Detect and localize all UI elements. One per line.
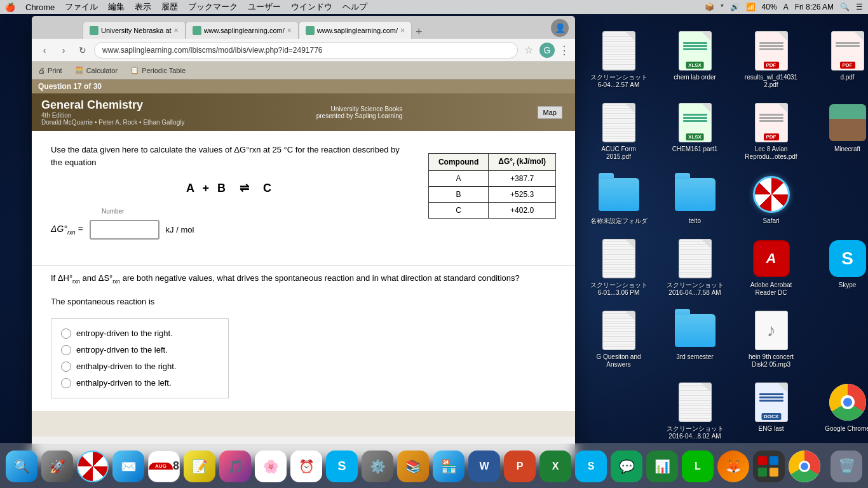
- answer-input[interactable]: [97, 225, 152, 234]
- dock-apps-grid[interactable]: [753, 451, 785, 482]
- desktop-icon-chrome[interactable]: Google Chrome: [811, 377, 868, 445]
- dock-skype[interactable]: S: [326, 451, 358, 482]
- desktop-icon-safari[interactable]: Safari: [735, 169, 808, 230]
- desktop-icon-g-question[interactable]: G Quesiton andAnswers: [582, 305, 655, 374]
- desktop-icon-d-pdf[interactable]: PDF d.pdf: [811, 25, 868, 94]
- back-button[interactable]: ‹: [37, 43, 52, 58]
- dock-system-prefs[interactable]: ⚙️: [362, 451, 393, 482]
- acuc-icon: [599, 102, 639, 143]
- menu-dots[interactable]: ⋮: [559, 43, 570, 57]
- desktop-icon-eng-last[interactable]: DOCX ENG last: [735, 377, 808, 445]
- radio-2[interactable]: [61, 345, 71, 355]
- dock-mail[interactable]: ✉️: [112, 451, 144, 482]
- radio-options: entropy-driven to the right. entropy-dri…: [51, 318, 229, 398]
- radio-option-2[interactable]: entropy-driven to the left.: [61, 342, 219, 358]
- value-a: +387.7: [489, 171, 556, 187]
- calculator-btn[interactable]: 🧮 Calculator: [75, 66, 118, 74]
- dock-appstore[interactable]: 🏪: [433, 451, 465, 482]
- delta-g-label: ΔG°rxn =: [51, 224, 83, 236]
- desktop-icon-chem161[interactable]: XLSX CHEM161 part1: [658, 97, 731, 166]
- edit-menu[interactable]: 編集: [108, 1, 125, 13]
- dock-hangouts[interactable]: 💬: [611, 451, 642, 482]
- radio-option-3[interactable]: enthalpy-driven to the right.: [61, 358, 219, 375]
- dock-word[interactable]: W: [468, 451, 500, 482]
- desktop-icon-screenshot-3[interactable]: スクリーンショット2016-04...7.58 AM: [658, 233, 731, 302]
- desktop-icon-chem-lab[interactable]: XLSX chem lab order: [658, 25, 731, 94]
- periodic-table-btn[interactable]: 📋 Periodic Table: [130, 66, 186, 74]
- tab-close-sapling2[interactable]: ×: [400, 26, 405, 35]
- radio-1[interactable]: [61, 329, 71, 339]
- dock-photos[interactable]: 🌸: [255, 451, 287, 482]
- safari-app-icon: [751, 174, 792, 215]
- desktop-icon-3rd-semester[interactable]: 3rd semester: [658, 305, 731, 374]
- dock-notes[interactable]: 📝: [184, 451, 215, 482]
- apple-menu[interactable]: 🍎: [5, 3, 15, 12]
- desktop-icon-lec8[interactable]: PDF Lec 8 AvianReprodu...otes.pdf: [735, 97, 808, 166]
- dock-books[interactable]: 📚: [397, 451, 429, 482]
- tab-sapling1[interactable]: www.saplinglearning.com/ ×: [186, 21, 299, 39]
- eng-last-label: ENG last: [758, 425, 783, 433]
- skype-app-icon: S: [827, 238, 868, 279]
- g-question-icon: [599, 310, 639, 351]
- radio-option-4[interactable]: enthalpy-driven to the left.: [61, 375, 219, 391]
- bookmark-menu[interactable]: ブックマーク: [188, 1, 238, 13]
- dock-launchpad[interactable]: 🚀: [41, 451, 73, 482]
- reload-button[interactable]: ↻: [75, 43, 90, 58]
- dock-numbers[interactable]: 📊: [646, 451, 678, 482]
- dock-line[interactable]: L: [682, 451, 714, 482]
- dock-reminders[interactable]: ⏰: [290, 451, 322, 482]
- dock-chrome[interactable]: [789, 451, 820, 482]
- dock-safari[interactable]: [77, 451, 109, 482]
- tab-university[interactable]: University Nebraska at ×: [83, 21, 186, 39]
- tab-close-sapling1[interactable]: ×: [287, 26, 292, 35]
- dock-powerpoint[interactable]: P: [504, 451, 536, 482]
- apps-icon-1: [758, 456, 767, 465]
- desktop-icon-screenshot-1[interactable]: スクリーンショット6-04...2.57 AM: [582, 25, 655, 94]
- desktop-icon-acrobat[interactable]: A Adobe AcrobatReader DC: [735, 233, 808, 302]
- new-tab-button[interactable]: +: [416, 25, 423, 39]
- forward-button[interactable]: ›: [56, 43, 71, 58]
- profile-icon[interactable]: 👤: [551, 19, 569, 37]
- menu-icon[interactable]: ☰: [856, 3, 863, 11]
- dock-music[interactable]: 🎵: [219, 451, 251, 482]
- textbook-edition: 4th Edition: [41, 112, 184, 119]
- help-menu[interactable]: ヘルプ: [342, 1, 367, 13]
- print-btn[interactable]: 🖨 Print: [38, 67, 62, 74]
- desktop-icon-acuc[interactable]: ACUC Form2015.pdf: [582, 97, 655, 166]
- dock-excel[interactable]: X: [539, 451, 571, 482]
- radio-option-1[interactable]: entropy-driven to the right.: [61, 325, 219, 342]
- address-bar[interactable]: [94, 42, 518, 58]
- desktop-icon-screenshot-2[interactable]: スクリーンショット6-01...3.06 PM: [582, 233, 655, 302]
- desktop-icon-teito[interactable]: teito: [658, 169, 731, 230]
- dock-finder[interactable]: 🔍: [6, 451, 37, 482]
- screenshot-4-icon: [675, 382, 715, 423]
- tab-title-university: University Nebraska at: [101, 27, 172, 34]
- desktop-icon-results-pdf[interactable]: PDF results_wl_d140312.pdf: [735, 25, 808, 94]
- dock-calendar[interactable]: AUG 8: [148, 451, 180, 482]
- desktop-icon-minecraft[interactable]: Minecraft: [811, 97, 868, 166]
- chrome-menu[interactable]: Chrome: [25, 3, 55, 12]
- view-menu[interactable]: 表示: [135, 1, 151, 13]
- user-menu[interactable]: ユーザー: [248, 1, 281, 13]
- table-row: C +402.0: [428, 203, 555, 219]
- desktop-icon-unnamed-folder[interactable]: 名称未設定フォルダ: [582, 169, 655, 230]
- unnamed-folder-label: 名称未設定フォルダ: [590, 217, 648, 225]
- dock-firefox[interactable]: 🦊: [717, 451, 749, 482]
- window-menu[interactable]: ウインドウ: [291, 1, 332, 13]
- desktop-icon-screenshot-4[interactable]: スクリーンショット2016-04...8.02 AM: [658, 377, 731, 445]
- dock-trash[interactable]: 🗑️: [831, 451, 862, 482]
- desktop-icon-hein-concert[interactable]: ♪ hein 9th concertDisk2 05.mp3: [735, 305, 808, 374]
- file-menu[interactable]: ファイル: [65, 1, 98, 13]
- history-menu[interactable]: 履歴: [161, 1, 178, 13]
- tab-favicon-3: [306, 26, 315, 35]
- periodic-label: Periodic Table: [142, 67, 186, 74]
- tab-close-university[interactable]: ×: [174, 26, 179, 35]
- radio-4[interactable]: [61, 378, 71, 388]
- bookmark-icon[interactable]: ☆: [524, 44, 533, 56]
- map-button[interactable]: Map: [538, 106, 562, 119]
- tab-sapling2[interactable]: www.saplinglearning.com/ ×: [299, 21, 412, 39]
- radio-3[interactable]: [61, 362, 71, 372]
- dock-skype2[interactable]: S: [575, 451, 607, 482]
- search-icon[interactable]: 🔍: [840, 3, 850, 11]
- desktop-icon-skype[interactable]: S Skype: [811, 233, 868, 302]
